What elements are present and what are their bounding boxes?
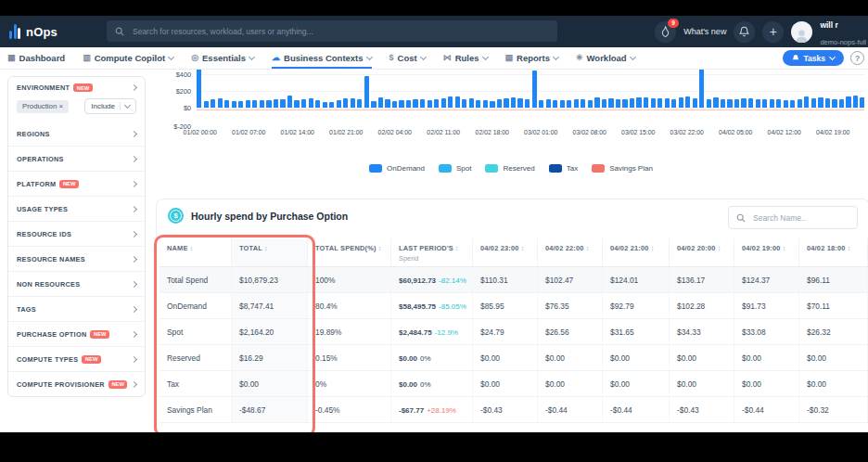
last-period-value: $58,495.75 xyxy=(399,302,436,311)
bar-hour-23 xyxy=(357,99,362,108)
chart-legend: OnDemandSpotReservedTaxSavings Plan xyxy=(156,164,866,173)
nav-item-business-contexts[interactable]: ☁Business Contexts xyxy=(272,47,372,69)
bar-hour-91 xyxy=(832,99,836,108)
filter-tags[interactable]: TAGS xyxy=(8,296,145,321)
environment-tag-production[interactable]: Production × xyxy=(17,100,69,113)
x-tick-02-02-11-00: 02/02 11:00 xyxy=(427,129,460,135)
bar-hour-82 xyxy=(770,99,774,108)
bar-hour-61 xyxy=(622,99,627,108)
filter-non-resources[interactable]: NON RESOURCES xyxy=(8,271,145,296)
add-button[interactable]: + xyxy=(762,21,784,43)
topbar: nOps 9 What's new + will r xyxy=(0,16,868,47)
global-search-input[interactable] xyxy=(131,26,549,37)
cell-hour-2: $92.79 xyxy=(603,293,670,319)
column-header-04-02-18-00[interactable]: 04/02 18:00↕ xyxy=(799,238,868,267)
bar-hour-50 xyxy=(546,99,551,108)
legend-item-reserved[interactable]: Reserved xyxy=(485,164,534,173)
x-tick-03-02-22-00: 03/02 22:00 xyxy=(670,129,704,135)
sort-icon: ↕ xyxy=(586,245,590,251)
bar-hour-9 xyxy=(260,100,264,108)
filter-regions[interactable]: REGIONS xyxy=(8,122,145,146)
cell-total-spend-pct: 80.4% xyxy=(308,293,391,319)
table-search[interactable] xyxy=(728,206,858,229)
bar-hour-46 xyxy=(517,98,522,108)
sort-icon: ↕ xyxy=(190,245,194,251)
legend-item-ondemand[interactable]: OnDemand xyxy=(369,164,425,173)
legend-item-spot[interactable]: Spot xyxy=(439,164,471,173)
nops-logo-icon xyxy=(9,24,20,39)
nops-logo[interactable]: nOps xyxy=(9,24,57,39)
column-header-label: LAST PERIOD'S xyxy=(399,244,453,252)
bar-hour-18 xyxy=(323,102,327,108)
whats-new-label[interactable]: What's new xyxy=(683,27,726,36)
new-badge: NEW xyxy=(108,380,128,389)
legend-item-tax[interactable]: Tax xyxy=(549,164,578,173)
bar-hour-67 xyxy=(665,98,670,108)
cell-hour-5: $96.11 xyxy=(799,267,868,293)
bar-hour-64 xyxy=(644,97,648,108)
nav-item-label: Essentials xyxy=(202,53,246,63)
chevron-right-icon xyxy=(131,230,137,237)
column-header-04-02-19-00[interactable]: 04/02 19:00↕ xyxy=(734,238,799,267)
column-header-name[interactable]: NAME↕ xyxy=(160,238,232,267)
column-header-last-period-s[interactable]: LAST PERIOD'S↕Spend xyxy=(391,238,473,267)
cell-total-spend-pct: 0% xyxy=(308,371,391,397)
cell-total: -$48.67 xyxy=(232,397,308,423)
column-header-04-02-20-00[interactable]: 04/02 20:00↕ xyxy=(670,238,734,267)
close-icon[interactable]: × xyxy=(58,102,63,110)
filter-usage-types[interactable]: USAGE TYPES xyxy=(8,196,145,221)
notifications-bell-button[interactable] xyxy=(734,21,755,43)
nav-item-dashboard[interactable]: ▦Dashboard xyxy=(7,47,65,69)
nav-item-label: Dashboard xyxy=(19,53,66,63)
nav-item-cost[interactable]: $Cost xyxy=(389,47,426,69)
nav-item-label: Cost xyxy=(398,53,417,63)
global-search[interactable] xyxy=(107,20,557,42)
nav-item-essentials[interactable]: ◎Essentials xyxy=(191,47,254,69)
filter-resource-ids[interactable]: RESOURCE IDS xyxy=(8,221,145,246)
filter-label: COMPUTE TYPES xyxy=(17,355,78,364)
filters-sidebar: ENVIRONMENT NEW Production × Include REG… xyxy=(7,76,146,397)
whats-new-flame-button[interactable]: 9 xyxy=(655,21,676,43)
column-header-04-02-21-00[interactable]: 04/02 21:00↕ xyxy=(603,238,670,267)
filter-compute-provisioner[interactable]: COMPUTE PROVISIONERNEW xyxy=(8,371,145,396)
filter-platform[interactable]: PLATFORMNEW xyxy=(8,171,145,196)
include-mode-select[interactable]: Include xyxy=(84,98,136,114)
filter-environment-header[interactable]: ENVIRONMENT NEW xyxy=(17,83,136,92)
legend-item-savings-plan[interactable]: Savings Plan xyxy=(592,164,653,173)
essentials-icon: ◎ xyxy=(191,54,198,62)
legend-swatch xyxy=(439,164,452,173)
filter-operations[interactable]: OPERATIONS xyxy=(8,146,145,171)
help-button[interactable]: ? xyxy=(850,51,864,65)
x-tick-01-02-00-00: 01/02 00:00 xyxy=(184,129,217,135)
bar-hour-31 xyxy=(413,99,417,108)
column-header-04-02-22-00[interactable]: 04/02 22:00↕ xyxy=(538,238,603,267)
bar-hour-29 xyxy=(399,100,403,108)
column-header-total-spend[interactable]: TOTAL SPEND(%)↕ xyxy=(308,238,391,267)
cell-name-savings-plan: Savings Plan xyxy=(160,397,232,423)
filter-compute-types[interactable]: COMPUTE TYPESNEW xyxy=(8,346,145,371)
bar-hour-83 xyxy=(776,99,781,108)
bar-hour-93 xyxy=(846,96,850,108)
user-avatar[interactable] xyxy=(791,21,812,43)
nav-item-workload[interactable]: ✳Workload xyxy=(576,47,635,69)
nav-item-rules[interactable]: ⋈Rules xyxy=(443,47,488,69)
filter-label: TAGS xyxy=(17,305,36,314)
new-badge: NEW xyxy=(90,330,109,339)
column-header-subtitle: Spend xyxy=(399,254,465,263)
chevron-right-icon xyxy=(131,305,137,312)
tasks-button[interactable]: Tasks xyxy=(783,50,844,66)
filter-purchase-option[interactable]: PURCHASE OPTIONNEW xyxy=(8,321,145,346)
cell-total-spend-pct: 19.89% xyxy=(308,319,391,345)
legend-label: OnDemand xyxy=(387,164,425,173)
user-info[interactable]: will r demo-nops-full xyxy=(820,16,866,48)
filter-resource-names[interactable]: RESOURCE NAMES xyxy=(8,246,145,271)
bar-hour-36 xyxy=(448,96,453,108)
column-header-total[interactable]: TOTAL↕ xyxy=(232,238,308,267)
filter-label: PURCHASE OPTION xyxy=(17,330,86,339)
nav-item-compute-copilot[interactable]: ▥Compute Copilot xyxy=(83,47,173,69)
nav-item-reports[interactable]: ▤Reports xyxy=(505,47,558,69)
column-header-04-02-23-00[interactable]: 04/02 23:00↕ xyxy=(473,238,538,267)
cell-last-period: $58,495.75-85.05% xyxy=(391,293,473,319)
table-search-input[interactable] xyxy=(751,212,849,224)
bar-hour-24 xyxy=(364,76,369,108)
